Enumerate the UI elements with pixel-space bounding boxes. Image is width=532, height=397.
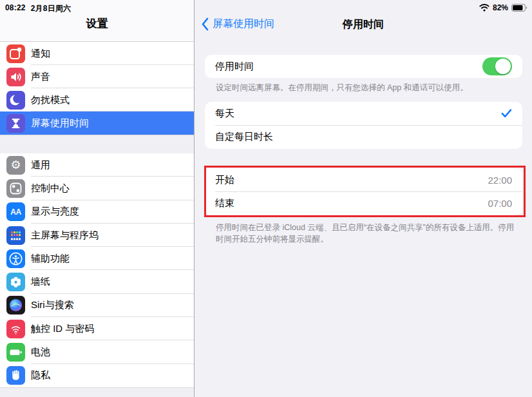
battery-percent-label: 82%	[493, 3, 508, 12]
display-brightness-icon: AA	[6, 202, 25, 221]
start-time-value: 22:00	[488, 175, 512, 186]
sidebar-item-label: 通知	[31, 48, 50, 60]
sidebar-item-display-brightness[interactable]: AA 显示与亮度	[0, 200, 194, 224]
checkmark-icon	[501, 109, 512, 118]
sidebar-item-label: 控制中心	[31, 182, 70, 195]
control-center-icon	[6, 179, 25, 198]
sidebar-group-gap	[0, 135, 194, 153]
end-time-row[interactable]: 结束 07:00	[205, 192, 522, 216]
battery-status-icon	[511, 4, 527, 12]
moon-icon	[6, 91, 25, 110]
start-time-row[interactable]: 开始 22:00	[205, 168, 522, 192]
schedule-option-every-day[interactable]: 每天	[205, 102, 522, 126]
siri-icon	[6, 296, 25, 315]
sound-icon	[6, 68, 25, 86]
downtime-icloud-footnote: 停用时间在已登录 iCloud 云端、且已启用“在设备之间共享”的所有设备上适用…	[216, 222, 522, 246]
sidebar-item-home-screen-dock[interactable]: 主屏幕与程序坞	[0, 224, 194, 247]
sidebar-item-do-not-disturb[interactable]: 勿扰模式	[0, 88, 194, 111]
wifi-icon	[479, 4, 489, 12]
option-label: 每天	[215, 108, 234, 120]
sidebar-item-label: 辅助功能	[31, 253, 70, 265]
settings-sidebar: 08:22 2月8日周六 设置 通知 声音	[0, 0, 195, 397]
sidebar-item-label: Siri与搜索	[31, 299, 74, 311]
home-screen-dock-icon	[6, 226, 25, 245]
downtime-toggle-label: 停用时间	[215, 61, 254, 73]
notification-icon	[6, 44, 25, 63]
status-time: 08:22	[5, 3, 26, 14]
end-time-label: 结束	[215, 197, 234, 209]
sidebar-header: 08:22 2月8日周六 设置	[0, 0, 194, 42]
sidebar-item-touch-id-passcode[interactable]: 触控 ID 与密码	[0, 317, 194, 340]
sidebar-item-label: 主屏幕与程序坞	[31, 229, 99, 242]
schedule-options-card: 每天 自定每日时长	[205, 102, 522, 149]
settings-app-window: 08:22 2月8日周六 设置 通知 声音	[0, 0, 532, 397]
sidebar-item-label: 电池	[31, 346, 50, 358]
status-bar-left: 08:22 2月8日周六	[5, 3, 71, 14]
downtime-detail-pane: 屏幕使用时间 停用时间 停用时间 设定时间远离屏幕。在停用期间，只有您选择的 A…	[195, 0, 532, 397]
downtime-toggle-row: 停用时间	[205, 55, 522, 78]
sidebar-item-notifications[interactable]: 通知	[0, 42, 194, 65]
downtime-toggle-switch[interactable]	[482, 57, 512, 75]
sidebar-item-label: 通用	[31, 159, 50, 171]
downtime-description: 设定时间远离屏幕。在停用期间，只有您选择的 App 和通话可以使用。	[216, 82, 519, 94]
sidebar-item-label: 勿扰模式	[31, 94, 70, 106]
hourglass-icon	[6, 114, 25, 133]
sidebar-item-label: 声音	[31, 71, 50, 83]
sidebar-item-sounds[interactable]: 声音	[0, 65, 194, 88]
sidebar-item-general[interactable]: ⚙ 通用	[0, 153, 194, 177]
gear-icon: ⚙	[6, 156, 25, 175]
privacy-hand-icon	[6, 366, 25, 385]
page-title: 停用时间	[195, 18, 532, 32]
sidebar-item-screen-time[interactable]: 屏幕使用时间	[0, 111, 194, 135]
sidebar-group-1: 通知 声音 勿扰模式 屏幕使用时间	[0, 42, 194, 135]
sidebar-item-siri-search[interactable]: Siri与搜索	[0, 294, 194, 317]
toggle-knob	[495, 59, 511, 74]
touch-id-icon	[6, 320, 25, 338]
start-time-label: 开始	[215, 174, 234, 186]
sidebar-item-privacy[interactable]: 隐私	[0, 364, 194, 387]
sidebar-item-control-center[interactable]: 控制中心	[0, 177, 194, 200]
downtime-toggle-card: 停用时间	[205, 55, 522, 78]
sidebar-item-label: 显示与亮度	[31, 206, 79, 218]
sidebar-item-label: 墙纸	[31, 276, 50, 288]
status-bar-right: 82%	[479, 3, 527, 12]
sidebar-item-label: 触控 ID 与密码	[31, 323, 94, 335]
schedule-option-customize-days[interactable]: 自定每日时长	[205, 126, 522, 150]
option-label: 自定每日时长	[215, 131, 273, 143]
wallpaper-icon	[6, 273, 25, 291]
sidebar-item-label: 屏幕使用时间	[31, 117, 89, 130]
sidebar-item-wallpaper[interactable]: 墙纸	[0, 270, 194, 293]
accessibility-icon	[6, 249, 25, 268]
battery-icon	[6, 343, 25, 362]
sidebar-item-battery[interactable]: 电池	[0, 340, 194, 363]
sidebar-title: 设置	[0, 16, 194, 31]
time-range-card: 开始 22:00 结束 07:00	[205, 168, 522, 215]
sidebar-group-2: ⚙ 通用 控制中心 AA 显示与亮度 主屏幕与程序坞	[0, 153, 194, 388]
sidebar-item-label: 隐私	[31, 369, 50, 382]
status-date: 2月8日周六	[31, 3, 71, 14]
end-time-value: 07:00	[488, 198, 512, 209]
sidebar-item-accessibility[interactable]: 辅助功能	[0, 247, 194, 270]
